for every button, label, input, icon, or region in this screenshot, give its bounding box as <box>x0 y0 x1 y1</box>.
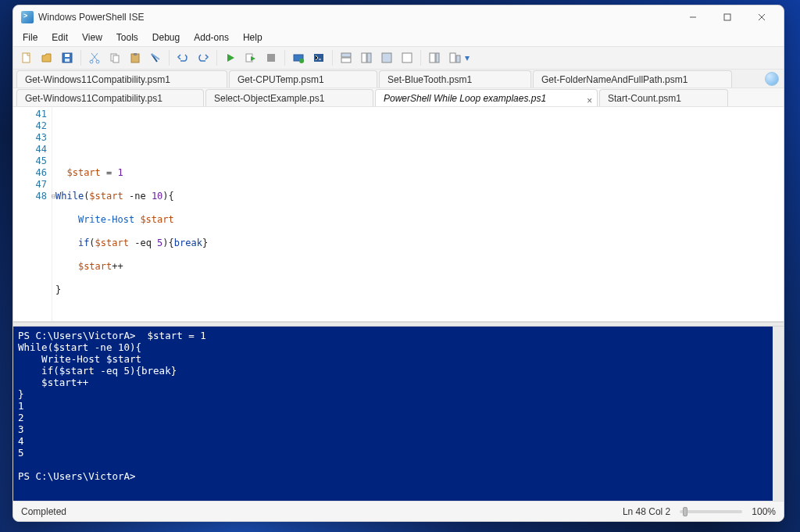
script-editor[interactable]: 41 42 43 44 45 46 47 48 $start = 1 ⊟Whil… <box>13 107 784 322</box>
console-line: 4 <box>18 435 24 447</box>
svg-rect-25 <box>456 55 460 62</box>
code-area[interactable]: $start = 1 ⊟While($start -ne 10){ Write-… <box>52 107 784 321</box>
layout-top-icon[interactable] <box>338 49 355 66</box>
start-powershell-icon[interactable] <box>310 49 327 66</box>
layout-right-icon[interactable] <box>358 49 375 66</box>
run-icon[interactable] <box>222 49 239 66</box>
console-line: Write-Host $start <box>18 353 141 365</box>
menu-file[interactable]: File <box>16 30 44 45</box>
console-line: } <box>18 388 24 400</box>
script-tabs: Get-Windows11Compatibility.ps1 Select-Ob… <box>13 88 784 107</box>
ps-tab-1[interactable]: Get-CPUTemp.psm1 <box>229 70 377 87</box>
window-title: Windows PowerShell ISE <box>38 12 144 23</box>
console-line: if($start -eq 5){break} <box>18 365 177 377</box>
redo-icon[interactable] <box>195 49 212 66</box>
menu-addons[interactable]: Add-ons <box>188 30 235 45</box>
ps-tab-3[interactable]: Get-FolderNameAndFullPath.psm1 <box>533 70 732 87</box>
menu-help[interactable]: Help <box>237 30 269 45</box>
script-tab-2[interactable]: PowerShell While Loop examplaes.ps1× <box>375 89 598 106</box>
open-file-icon[interactable] <box>38 49 55 66</box>
svg-rect-10 <box>134 53 137 55</box>
close-button[interactable] <box>745 5 779 29</box>
svg-rect-24 <box>450 53 455 62</box>
line-number: 47 <box>15 179 47 191</box>
svg-rect-12 <box>267 54 275 62</box>
menu-view[interactable]: View <box>76 30 109 45</box>
tab-label: PowerShell While Loop examplaes.ps1 <box>384 93 546 104</box>
script-tab-3[interactable]: Start-Count.psm1 <box>599 89 728 106</box>
console-line: 2 <box>18 412 24 423</box>
new-file-icon[interactable] <box>18 49 35 66</box>
remote-tab-icon[interactable] <box>290 49 307 66</box>
fold-icon[interactable]: ⊟ <box>52 191 55 202</box>
tab-label: Get-Windows11Compatibility.ps1 <box>25 93 162 104</box>
console-line: PS C:\Users\VictorA> $start = 1 <box>18 330 206 341</box>
line-number: 43 <box>15 132 47 144</box>
svg-rect-21 <box>402 53 412 62</box>
zoom-level: 100% <box>752 506 776 517</box>
console-line: 3 <box>18 423 24 435</box>
svg-rect-17 <box>341 58 351 62</box>
line-number: 44 <box>15 144 47 155</box>
layout-console-icon[interactable] <box>398 49 416 66</box>
app-window: Windows PowerShell ISE File Edit View To… <box>12 5 784 522</box>
console-pane[interactable]: PS C:\Users\VictorA> $start = 1 While($s… <box>13 327 784 501</box>
console-line: 1 <box>18 400 24 412</box>
svg-rect-8 <box>113 55 119 62</box>
svg-rect-1 <box>23 53 30 62</box>
line-number: 42 <box>15 120 47 132</box>
svg-rect-16 <box>341 53 351 57</box>
line-number-gutter: 41 42 43 44 45 46 47 48 <box>13 107 52 321</box>
tab-label: Get-FolderNameAndFullPath.psm1 <box>541 74 688 85</box>
toolbar-dropdown-icon[interactable]: ▾ <box>465 52 470 63</box>
menu-edit[interactable]: Edit <box>45 30 74 45</box>
svg-rect-15 <box>314 54 323 62</box>
scrollbar-thumb[interactable] <box>774 330 782 392</box>
cursor-position: Ln 48 Col 2 <box>623 506 670 517</box>
collapse-script-icon[interactable] <box>765 72 779 86</box>
ps-tab-2[interactable]: Set-BlueTooth.psm1 <box>379 70 531 87</box>
svg-rect-23 <box>436 53 439 62</box>
svg-rect-19 <box>367 53 371 62</box>
svg-point-14 <box>299 59 304 63</box>
toolbar: ▾ <box>13 46 784 70</box>
script-tab-0[interactable]: Get-Windows11Compatibility.ps1 <box>16 89 204 106</box>
app-icon <box>21 11 34 23</box>
titlebar[interactable]: Windows PowerShell ISE <box>13 5 784 29</box>
zoom-slider[interactable] <box>680 510 742 513</box>
console-line: PS C:\Users\VictorA> <box>18 470 141 482</box>
status-bar: Completed Ln 48 Col 2 100% <box>13 501 784 521</box>
cut-icon[interactable] <box>86 49 103 66</box>
layout-max-icon[interactable] <box>378 49 395 66</box>
tab-label: Select-ObjectExample.ps1 <box>214 93 324 104</box>
tab-label: Get-Windows11Compatibility.psm1 <box>25 74 170 85</box>
console-line: While($start -ne 10){ <box>18 341 141 353</box>
line-number: 46 <box>15 167 47 179</box>
paste-icon[interactable] <box>127 49 144 66</box>
stop-icon[interactable] <box>262 49 280 66</box>
svg-rect-3 <box>65 54 70 57</box>
command-addon-icon[interactable] <box>426 49 443 66</box>
svg-rect-20 <box>382 53 391 62</box>
zoom-slider-thumb[interactable] <box>683 507 688 516</box>
undo-icon[interactable] <box>174 49 191 66</box>
line-number: 48 <box>15 191 47 202</box>
run-selection-icon[interactable] <box>242 49 259 66</box>
menu-tools[interactable]: Tools <box>110 30 145 45</box>
menu-debug[interactable]: Debug <box>146 30 186 45</box>
console-line: $start++ <box>18 377 88 388</box>
minimize-button[interactable] <box>676 5 710 29</box>
copy-icon[interactable] <box>106 49 123 66</box>
command-window-icon[interactable] <box>446 49 463 66</box>
svg-rect-22 <box>430 53 435 62</box>
save-icon[interactable] <box>59 49 76 66</box>
line-number: 45 <box>15 155 47 167</box>
maximize-button[interactable] <box>710 5 745 29</box>
tab-label: Start-Count.psm1 <box>608 93 681 104</box>
svg-rect-0 <box>724 14 730 20</box>
powershell-tabs: Get-Windows11Compatibility.psm1 Get-CPUT… <box>13 70 784 88</box>
find-icon[interactable] <box>147 49 164 66</box>
script-tab-1[interactable]: Select-ObjectExample.ps1 <box>205 89 373 106</box>
ps-tab-0[interactable]: Get-Windows11Compatibility.psm1 <box>16 70 227 87</box>
line-number: 41 <box>15 109 47 120</box>
